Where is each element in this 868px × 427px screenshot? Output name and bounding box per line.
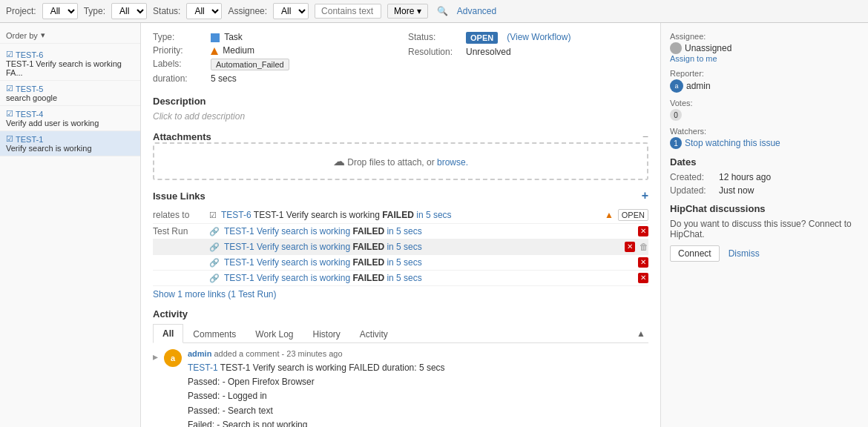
- attachments-drop-zone[interactable]: ☁ Drop files to attach, or browse.: [153, 142, 648, 180]
- attachments-section-title: Attachments: [153, 131, 211, 142]
- sidebar-item-id-test4: ☑ TEST-4: [6, 109, 134, 119]
- tab-work-log[interactable]: Work Log: [246, 325, 303, 343]
- sort-activity-btn[interactable]: ▲: [634, 325, 648, 342]
- duration-row: duration: 5 secs: [153, 73, 393, 84]
- hipchat-section: HipChat discussions Do you want to discu…: [670, 203, 859, 262]
- tab-all[interactable]: All: [153, 324, 183, 343]
- red-x-icon-1[interactable]: ✕: [638, 226, 648, 236]
- duration-value: 5 secs: [211, 73, 237, 84]
- priority-row: Priority: Medium: [153, 45, 393, 56]
- resolution-value: Unresolved: [466, 47, 511, 57]
- assignee-value: Unassigned: [685, 43, 731, 53]
- red-x-icon-2[interactable]: ✕: [625, 242, 635, 252]
- comment-body: admin added a comment - 23 minutes ago T…: [188, 349, 648, 427]
- tab-history[interactable]: History: [303, 325, 350, 343]
- more-button[interactable]: More ▾: [387, 4, 428, 19]
- add-link-button[interactable]: +: [642, 189, 648, 202]
- order-by-arrow[interactable]: ▾: [41, 30, 45, 40]
- updated-label: Updated:: [670, 185, 714, 196]
- comment-issue-link[interactable]: TEST-1: [188, 363, 218, 373]
- link-row-relates: relates to ☑ TEST-6 TEST-1 Verify search…: [153, 207, 648, 224]
- comment-avatar: a: [164, 349, 182, 367]
- assign-me-link[interactable]: Assign to me: [670, 54, 859, 63]
- sidebar-item-test1[interactable]: ☑ TEST-1 Verify search is working: [0, 131, 140, 156]
- link-text-2[interactable]: TEST-1 Verify search is working FAILED i…: [224, 226, 634, 236]
- watchers-field: Watchers: 1 Stop watching this issue: [670, 127, 859, 149]
- labels-row: Labels: Automation_Failed: [153, 59, 393, 70]
- connect-button[interactable]: Connect: [670, 245, 720, 262]
- comment-user-link[interactable]: admin: [188, 349, 211, 358]
- show-more-link[interactable]: Show 1 more links (1 Test Run): [153, 289, 277, 299]
- link-text-4[interactable]: TEST-1 Verify search is working FAILED i…: [224, 257, 634, 268]
- project-select[interactable]: All: [42, 3, 78, 19]
- red-x-icon-4[interactable]: ✕: [638, 273, 648, 283]
- stop-watching-link[interactable]: Stop watching this issue: [685, 138, 780, 148]
- labels-label: Labels:: [153, 59, 205, 69]
- check-icon-test4: ☑: [6, 109, 13, 119]
- check-icon-test5: ☑: [6, 84, 13, 93]
- activity-section: Activity All Comments Work Log History A…: [153, 308, 648, 427]
- activity-tabs: All Comments Work Log History Activity ▲: [153, 324, 648, 343]
- issue-links-header: Issue Links +: [153, 189, 648, 202]
- task-type-icon: [211, 33, 220, 42]
- link-icon-4: 🔗: [209, 274, 220, 283]
- hipchat-text: Do you want to discuss this issue? Conne…: [670, 219, 859, 239]
- label-tag: Automation_Failed: [211, 59, 289, 70]
- hipchat-title: HipChat discussions: [670, 203, 859, 214]
- link-type-relates: relates to: [153, 210, 205, 220]
- priority-value: Medium: [211, 45, 254, 56]
- comment-item: ▸ a admin added a comment - 23 minutes a…: [153, 349, 648, 427]
- votes-field: Votes: 0: [670, 99, 859, 121]
- type-label: Type:: [84, 6, 105, 16]
- sidebar-item-title-test6: TEST-1 Verify search is working FA...: [6, 59, 134, 77]
- description-placeholder[interactable]: Click to add description: [153, 111, 648, 122]
- drop-text: Drop files to attach, or: [347, 157, 434, 168]
- view-workflow-link[interactable]: (View Workflow): [507, 32, 571, 42]
- status-select[interactable]: All: [186, 3, 222, 19]
- assignee-select[interactable]: All: [273, 3, 309, 19]
- type-row: Type: Task: [153, 32, 393, 42]
- sidebar-item-title-test5: search google: [6, 93, 134, 102]
- project-label: Project:: [6, 6, 36, 16]
- link-text-1[interactable]: TEST-6 TEST-1 Verify search is working F…: [221, 210, 600, 220]
- created-value: 12 hours ago: [719, 172, 771, 182]
- comment-text: TEST-1 TEST-1 Verify search is working F…: [188, 361, 648, 427]
- votes-label: Votes:: [670, 99, 859, 107]
- dismiss-button[interactable]: Dismiss: [724, 245, 764, 262]
- updated-value: Just now: [719, 185, 754, 196]
- upload-icon: ☁: [333, 155, 345, 168]
- link-row-testrun-3: 🔗 TEST-1 Verify search is working FAILED…: [153, 255, 648, 271]
- main-layout: Order by ▾ ☑ TEST-6 TEST-1 Verify search…: [0, 23, 868, 427]
- sidebar-item-id-test5: ☑ TEST-5: [6, 84, 134, 93]
- tab-comments[interactable]: Comments: [183, 325, 246, 343]
- advanced-link[interactable]: Advanced: [457, 6, 496, 16]
- browse-link[interactable]: browse.: [437, 157, 468, 168]
- watchers-value-row: 1 Stop watching this issue: [670, 137, 859, 149]
- sidebar-item-test5[interactable]: ☑ TEST-5 search google: [0, 81, 140, 106]
- sidebar-order-bar: Order by ▾: [0, 27, 140, 44]
- link-row-testrun-4: 🔗 TEST-1 Verify search is working FAILED…: [153, 271, 648, 286]
- link-icon-2: 🔗: [209, 242, 220, 252]
- search-icon[interactable]: 🔍: [434, 4, 451, 18]
- sidebar-item-title-test1: Verify search is working: [6, 144, 134, 153]
- meta-left: Type: Task Priority: Medium Labels: Auto: [153, 32, 393, 87]
- type-value: Task: [211, 32, 243, 42]
- assignee-value-row: Unassigned: [670, 42, 859, 54]
- link-text-5[interactable]: TEST-1 Verify search is working FAILED i…: [224, 273, 634, 283]
- sidebar-item-test6[interactable]: ☑ TEST-6 TEST-1 Verify search is working…: [0, 47, 140, 81]
- sidebar-item-test4[interactable]: ☑ TEST-4 Verify add user is working: [0, 106, 140, 131]
- tab-activity[interactable]: Activity: [350, 325, 398, 343]
- link-text-3[interactable]: TEST-1 Verify search is working FAILED i…: [224, 242, 620, 252]
- link-icon-3: 🔗: [209, 258, 220, 268]
- priority-icon: [211, 47, 218, 55]
- collapse-attachments-btn[interactable]: −: [642, 130, 648, 142]
- sidebar-item-id-test6: ☑ TEST-6: [6, 50, 134, 59]
- trash-icon[interactable]: 🗑: [640, 242, 648, 252]
- comment-expand-icon[interactable]: ▸: [153, 351, 158, 427]
- link-status-open: OPEN: [618, 209, 648, 221]
- contains-text-input[interactable]: [315, 4, 381, 19]
- status-label: Status:: [408, 32, 460, 42]
- red-x-icon-3[interactable]: ✕: [638, 257, 648, 268]
- type-select[interactable]: All: [111, 3, 147, 19]
- resolution-row: Resolution: Unresolved: [408, 47, 648, 57]
